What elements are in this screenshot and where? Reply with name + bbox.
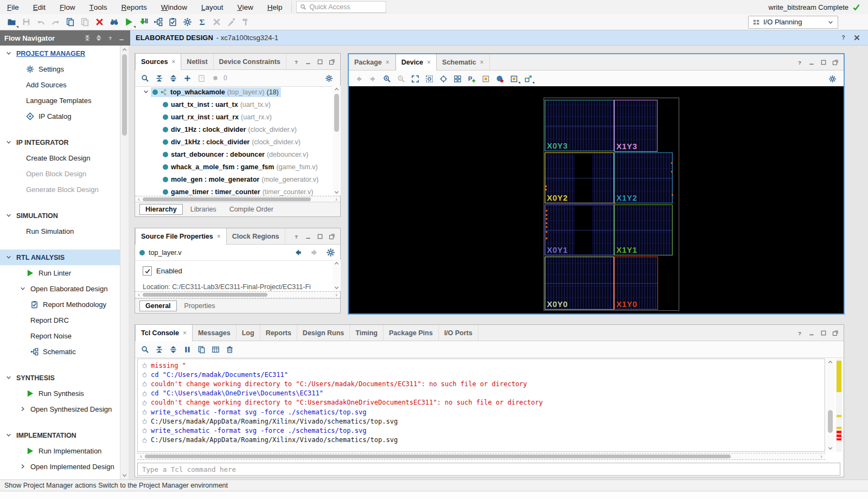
flow-navigator-scrollbar[interactable]: [120, 46, 129, 479]
clock-region-x0y2[interactable]: X0Y2: [545, 152, 614, 203]
device-tab-package[interactable]: Package×: [349, 54, 395, 70]
tcl-tab-package-pins[interactable]: Package Pins: [384, 325, 439, 341]
pause-output-button[interactable]: [180, 343, 194, 356]
clock-region-x0y3[interactable]: X0Y3: [545, 100, 614, 151]
scroll-right-icon[interactable]: ›: [333, 292, 340, 298]
show-info-button[interactable]: [493, 72, 507, 85]
clear-button[interactable]: [222, 343, 237, 356]
scroll-up-icon[interactable]: [334, 86, 340, 92]
device-view-canvas[interactable]: X0Y3X1Y3X0Y2X1Y2X0Y1X1Y1X0Y0X1Y0: [349, 86, 844, 314]
queue-button[interactable]: [208, 343, 222, 356]
menu-item-reports[interactable]: Reports: [114, 0, 154, 14]
flow-item-open-synthesized-design[interactable]: Open Synthesized Design: [0, 401, 120, 417]
scroll-left-icon[interactable]: ‹: [135, 292, 143, 298]
run-button[interactable]: [122, 15, 136, 29]
tcl-tab-i-o-ports[interactable]: I/O Ports: [439, 325, 478, 341]
show-cells-button[interactable]: [450, 72, 464, 85]
properties-subtab-general[interactable]: General: [139, 300, 177, 311]
sources-subtab-libraries[interactable]: Libraries: [185, 204, 222, 214]
sources-settings-button[interactable]: [322, 72, 340, 85]
tcl-console-hscrollbar[interactable]: ‹ ›: [137, 453, 825, 460]
flow-section-simulation[interactable]: SIMULATION: [0, 208, 120, 223]
flow-section-project-manager[interactable]: PROJECT MANAGER: [0, 46, 120, 61]
flow-item-language-templates[interactable]: Language Templates: [0, 93, 120, 108]
scrollbar-thumb[interactable]: [122, 54, 127, 136]
menu-item-file[interactable]: File: [0, 0, 26, 14]
menu-item-flow[interactable]: Flow: [53, 0, 82, 14]
scroll-right-icon[interactable]: ›: [818, 453, 825, 459]
close-tab-icon[interactable]: ×: [480, 59, 484, 66]
open-project-button[interactable]: [4, 15, 19, 29]
collapse-all-button[interactable]: [152, 343, 166, 356]
scrollbar-thumb[interactable]: [145, 455, 731, 458]
window-views-button[interactable]: [507, 72, 521, 85]
device-tab-schematic[interactable]: Schematic×: [437, 54, 490, 70]
delete-button[interactable]: [92, 15, 107, 29]
source-tree-item[interactable]: whack_a_mole_fsm : game_fsm(game_fsm.v): [135, 161, 332, 173]
redo-button[interactable]: [48, 15, 63, 29]
summary-button[interactable]: Σ: [195, 15, 209, 29]
layout-selector-dropdown[interactable]: I/O Planning: [748, 16, 838, 29]
flow-item-run-simulation[interactable]: Run Simulation: [0, 223, 120, 239]
menu-item-window[interactable]: Window: [154, 0, 194, 14]
scroll-left-icon[interactable]: ‹: [137, 453, 145, 459]
source-tree-item[interactable]: uart_rx_inst : uart_rx(uart_rx.v): [135, 111, 332, 123]
flow-section-ip-integrator[interactable]: IP INTEGRATOR: [0, 135, 120, 150]
flow-item-create-block-design[interactable]: Create Block Design: [0, 150, 120, 166]
properties-tab-clock-regions[interactable]: Clock Regions: [227, 228, 285, 244]
tcl-tab-timing[interactable]: Timing: [350, 325, 384, 341]
scroll-up-icon[interactable]: [122, 47, 127, 53]
properties-subtab-properties[interactable]: Properties: [179, 301, 221, 311]
scroll-up-icon[interactable]: [827, 359, 833, 365]
expand-all-button[interactable]: [166, 343, 180, 356]
clock-region-x1y1[interactable]: X1Y1: [614, 204, 673, 255]
zoom-selection-button[interactable]: [422, 72, 436, 85]
properties-hscrollbar[interactable]: ‹ ›: [135, 291, 340, 298]
save-button[interactable]: [19, 15, 34, 29]
close-tab-icon[interactable]: ×: [217, 233, 221, 240]
scroll-up-icon[interactable]: [334, 260, 340, 266]
sources-scrollbar[interactable]: [333, 86, 341, 196]
flow-section-rtl-analysis[interactable]: RTL ANALYSIS: [0, 250, 120, 265]
clock-region-x1y3[interactable]: X1Y3: [614, 100, 658, 152]
close-tab-icon[interactable]: ×: [183, 329, 187, 337]
properties-settings-button[interactable]: [325, 247, 336, 258]
close-tab-icon[interactable]: ×: [427, 59, 431, 66]
source-tree-item[interactable]: uart_tx_inst : uart_tx(uart_tx.v): [135, 98, 332, 111]
sources-subtab-compile-order[interactable]: Compile Order: [224, 204, 279, 214]
flow-item-add-sources[interactable]: Add Sources: [0, 77, 120, 93]
source-tree-item[interactable]: game_timer : timer_counter(timer_counter…: [135, 185, 332, 196]
sweep-button[interactable]: [224, 15, 239, 29]
flow-section-synthesis[interactable]: SYNTHESIS: [0, 370, 120, 386]
close-tab-icon[interactable]: ×: [386, 59, 390, 66]
menu-item-view[interactable]: View: [230, 0, 260, 14]
find-button[interactable]: [107, 15, 122, 29]
menu-item-help[interactable]: Help: [260, 0, 290, 14]
tcl-tab-tcl-console[interactable]: Tcl Console×: [135, 325, 193, 341]
properties-back-button[interactable]: [292, 247, 303, 258]
source-tree-item[interactable]: div_1Hz : clock_divider(clock_divider.v): [135, 123, 332, 136]
scrollbar-thumb[interactable]: [143, 197, 311, 201]
clock-region-x0y0[interactable]: X0Y0: [545, 257, 614, 310]
source-tree-item[interactable]: start_debouncer : debouncer(debouncer.v): [135, 148, 332, 161]
collapse-all-button[interactable]: [152, 72, 166, 85]
flow-item-schematic[interactable]: Schematic: [0, 344, 120, 360]
report-button[interactable]: [165, 15, 180, 29]
source-tree-root[interactable]: top_whackamole(top_layer.v)(18): [135, 86, 332, 98]
enabled-checkbox[interactable]: [143, 266, 152, 276]
menu-item-layout[interactable]: Layout: [194, 0, 231, 14]
scrollbar-thumb[interactable]: [828, 410, 833, 433]
scroll-down-icon[interactable]: [827, 445, 833, 451]
tcl-tab-log[interactable]: Log: [237, 325, 260, 341]
flow-item-run-linter[interactable]: Run Linter: [0, 265, 120, 281]
autofit-selection-button[interactable]: [436, 72, 450, 85]
flow-item-settings[interactable]: Settings: [0, 61, 120, 77]
step-button[interactable]: [136, 15, 151, 29]
menu-item-tools[interactable]: Tools: [82, 0, 114, 14]
copy-button[interactable]: [194, 343, 208, 356]
settings-button[interactable]: [180, 15, 195, 29]
flow-section-implementation[interactable]: IMPLEMENTATION: [0, 427, 120, 443]
scroll-down-icon[interactable]: [334, 285, 340, 291]
device-settings-button[interactable]: [825, 72, 844, 85]
properties-scrollbar[interactable]: [333, 260, 341, 291]
